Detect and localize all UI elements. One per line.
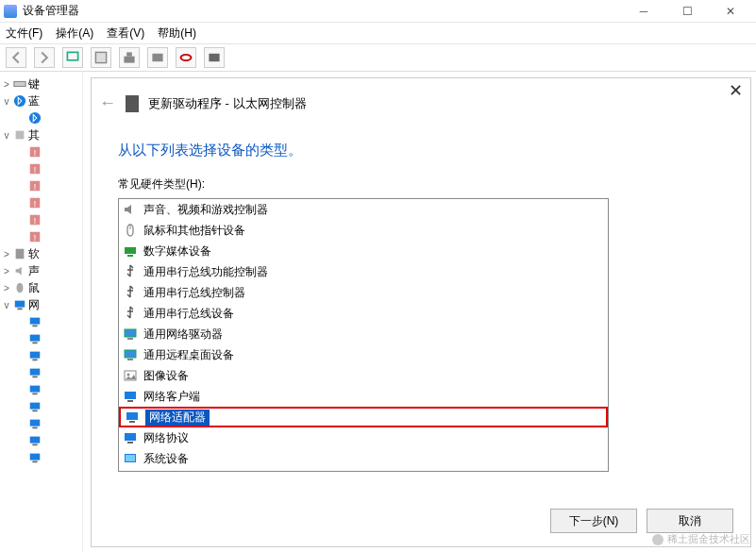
cancel-button[interactable]: 取消: [647, 509, 733, 533]
hardware-type-item[interactable]: 网络协议: [119, 427, 608, 448]
dialog-title: 更新驱动程序 - 以太网控制器: [148, 95, 307, 112]
svg-rect-5: [209, 54, 219, 61]
hardware-type-item[interactable]: 网络客户端: [119, 386, 608, 407]
tree-node[interactable]: !: [2, 177, 80, 194]
tree-node[interactable]: >软: [2, 245, 80, 262]
tree-node[interactable]: v蓝: [2, 92, 80, 109]
hardware-type-item[interactable]: 通用串行总线功能控制器: [119, 261, 608, 282]
menu-help[interactable]: 帮助(H): [158, 25, 196, 42]
hardware-type-label: 通用串行总线功能控制器: [143, 264, 268, 280]
toolbar-btn5[interactable]: [119, 47, 140, 68]
toolbar-scan[interactable]: [62, 47, 83, 68]
hardware-type-item[interactable]: 系统设备: [119, 448, 608, 469]
dialog-instruction: 从以下列表选择设备的类型。: [118, 142, 750, 159]
tree-node[interactable]: [2, 109, 80, 126]
svg-rect-24: [15, 301, 25, 308]
expand-icon[interactable]: >: [2, 283, 11, 293]
tree-node[interactable]: [2, 415, 80, 432]
hardware-type-item[interactable]: 数字媒体设备: [119, 241, 608, 261]
tree-node[interactable]: [2, 398, 80, 415]
tree-item-label: 软: [28, 246, 40, 262]
svg-rect-32: [30, 369, 41, 376]
tree-node[interactable]: !: [2, 194, 80, 211]
close-button[interactable]: ✕: [709, 0, 752, 23]
svg-rect-41: [32, 444, 37, 446]
toolbar-btn7[interactable]: [176, 47, 196, 68]
svg-rect-31: [32, 360, 37, 361]
tree-item-icon: !: [28, 145, 42, 159]
expand-icon[interactable]: >: [2, 249, 11, 259]
tree-node[interactable]: [2, 313, 80, 330]
tree-node[interactable]: v网: [2, 296, 80, 313]
media-icon: [123, 243, 138, 259]
svg-rect-55: [127, 400, 133, 402]
tree-item-icon: [28, 451, 42, 464]
hardware-type-label: 数字媒体设备: [143, 243, 211, 259]
svg-point-8: [29, 112, 41, 124]
tree-node[interactable]: >声: [2, 262, 80, 279]
hardware-type-item[interactable]: 通用串行总线控制器: [119, 282, 608, 303]
expand-icon[interactable]: v: [2, 130, 11, 141]
expand-icon[interactable]: v: [2, 300, 11, 310]
hardware-type-item[interactable]: 声音、视频和游戏控制器: [119, 199, 608, 220]
hardware-type-item[interactable]: 网络适配器: [119, 407, 608, 427]
hardware-type-item[interactable]: 图像设备: [119, 365, 608, 386]
svg-rect-49: [127, 338, 133, 340]
device-tree[interactable]: >键v蓝v其!!!!!!>软>声>鼠v网: [0, 72, 83, 552]
window-titlebar: 设备管理器 ─ ☐ ✕: [0, 0, 756, 23]
tree-node[interactable]: !: [2, 211, 80, 228]
minimize-button[interactable]: ─: [622, 0, 665, 23]
toolbar-btn4[interactable]: [91, 47, 111, 68]
toolbar-back[interactable]: [6, 47, 26, 68]
svg-rect-42: [30, 454, 41, 460]
tree-node[interactable]: v其: [2, 126, 80, 143]
mouse-icon: [123, 223, 138, 238]
tree-node[interactable]: >鼠: [2, 279, 80, 296]
tree-node[interactable]: !: [2, 143, 80, 160]
update-driver-dialog: ✕ ← 更新驱动程序 - 以太网控制器 从以下列表选择设备的类型。 常见硬件类型…: [91, 77, 751, 547]
tree-item-icon: [28, 383, 42, 396]
back-arrow-icon[interactable]: ←: [99, 93, 116, 113]
hardware-type-list[interactable]: 声音、视频和游戏控制器鼠标和其他指针设备数字媒体设备通用串行总线功能控制器通用串…: [118, 198, 609, 472]
usb-icon: [123, 285, 138, 300]
dialog-close-button[interactable]: ✕: [729, 80, 743, 101]
tree-item-icon: !: [28, 162, 42, 176]
svg-rect-33: [32, 376, 37, 378]
hardware-type-item[interactable]: 通用远程桌面设备: [119, 344, 608, 365]
dialog-header: ← 更新驱动程序 - 以太网控制器: [92, 78, 750, 123]
menu-action[interactable]: 操作(A): [56, 25, 93, 42]
toolbar-forward[interactable]: [34, 47, 55, 68]
tree-node[interactable]: [2, 347, 80, 364]
usb-icon: [123, 306, 138, 321]
hardware-type-item[interactable]: 通用网络驱动器: [119, 324, 608, 344]
tree-item-icon: [13, 298, 26, 311]
hardware-type-label: 通用串行总线控制器: [143, 285, 245, 301]
hardware-type-label: 声音、视频和游戏控制器: [143, 202, 268, 218]
tree-node[interactable]: !: [2, 160, 80, 177]
expand-icon[interactable]: >: [2, 79, 11, 90]
toolbar-btn6[interactable]: [147, 47, 168, 68]
expand-icon[interactable]: v: [2, 96, 11, 107]
expand-icon[interactable]: >: [2, 266, 11, 276]
toolbar-btn8[interactable]: [204, 47, 225, 68]
app-icon: [4, 5, 17, 18]
hardware-type-item[interactable]: 通用串行总线设备: [119, 303, 608, 324]
maximize-button[interactable]: ☐: [665, 0, 709, 23]
menu-view[interactable]: 查看(V): [107, 25, 144, 42]
tree-node[interactable]: [2, 449, 80, 466]
tree-item-icon: [28, 434, 42, 447]
tree-item-label: 其: [28, 127, 40, 143]
tree-node[interactable]: [2, 432, 80, 449]
tree-item-icon: [13, 128, 26, 142]
tree-node[interactable]: [2, 381, 80, 398]
tree-node[interactable]: !: [2, 228, 80, 245]
tree-node[interactable]: [2, 364, 80, 381]
menu-file[interactable]: 文件(F): [6, 25, 42, 42]
tree-item-icon: [13, 264, 26, 277]
next-button[interactable]: 下一步(N): [550, 509, 637, 533]
svg-rect-2: [124, 57, 134, 63]
hardware-type-label: 网络客户端: [143, 389, 200, 405]
tree-node[interactable]: >键: [2, 75, 80, 92]
hardware-type-item[interactable]: 鼠标和其他指针设备: [119, 220, 608, 241]
tree-node[interactable]: [2, 330, 80, 347]
